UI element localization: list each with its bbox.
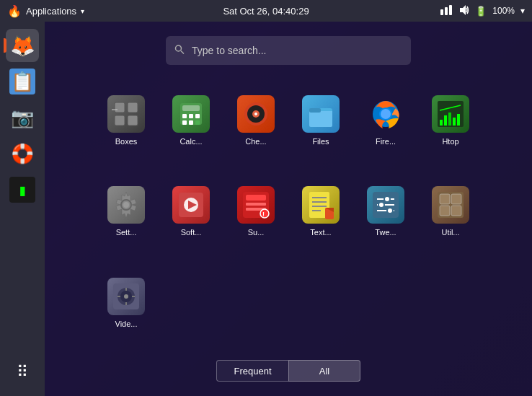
app-item-calculator[interactable]: Calc...: [161, 87, 222, 151]
app-item-cheese[interactable]: Che...: [226, 87, 287, 151]
svg-rect-17: [189, 120, 193, 125]
htop-label: Htop: [422, 137, 479, 146]
svg-marker-3: [460, 5, 466, 15]
screenshot-sidebar-icon: 📷: [11, 107, 34, 129]
volume-icon: [458, 5, 469, 17]
svg-point-69: [124, 294, 128, 299]
bottom-tabs: Frequent All: [216, 360, 360, 382]
tweaks-icon: [367, 186, 404, 224]
applications-label[interactable]: Applications: [26, 6, 76, 17]
svg-text:!: !: [262, 211, 265, 218]
settings-label: Sett...: [97, 228, 155, 237]
calculator-label: Calc...: [162, 137, 220, 146]
app-launcher: Boxes Calc...: [45, 22, 532, 396]
topbar: 🔥 Applications ▾ Sat Oct 26, 04:40:29 🔋 …: [0, 0, 532, 22]
texteditor-icon: [302, 186, 340, 224]
svg-point-22: [254, 113, 257, 115]
svg-rect-42: [246, 195, 266, 201]
svg-rect-65: [451, 206, 461, 216]
app-item-software[interactable]: Soft...: [161, 177, 222, 242]
tweaks-label: Twe...: [357, 228, 414, 237]
cheese-icon: [237, 95, 275, 133]
app-item-tweaks[interactable]: Twe...: [355, 177, 417, 242]
battery-arrow: ▾: [520, 6, 525, 16]
app-item-synaptic[interactable]: ! Su...: [226, 177, 287, 242]
applications-arrow: ▾: [81, 7, 84, 15]
boxes-icon: [107, 95, 145, 133]
svg-point-27: [381, 109, 391, 119]
svg-point-60: [387, 208, 393, 214]
calculator-icon: [172, 95, 210, 133]
search-input[interactable]: [166, 36, 411, 65]
synaptic-icon: !: [237, 186, 275, 224]
synaptic-label: Su...: [227, 228, 285, 237]
svg-point-56: [384, 196, 390, 202]
cheese-label: Che...: [227, 137, 285, 146]
topbar-datetime: Sat Oct 26, 04:40:29: [223, 6, 309, 17]
search-icon: [174, 45, 185, 57]
svg-rect-16: [182, 120, 187, 125]
svg-rect-6: [115, 102, 125, 113]
help-sidebar-icon: 🛟: [11, 143, 34, 165]
svg-rect-15: [195, 114, 200, 118]
svg-rect-63: [451, 194, 461, 204]
svg-rect-9: [128, 115, 138, 126]
topbar-left: 🔥 Applications ▾: [7, 4, 84, 18]
software-icon: [172, 186, 210, 224]
svg-rect-30: [444, 115, 447, 126]
firefox-icon: [367, 95, 404, 133]
sidebar-item-help[interactable]: 🛟: [6, 137, 39, 170]
files-icon: [302, 95, 340, 133]
svg-rect-18: [195, 120, 200, 125]
app-item-texteditor[interactable]: Text...: [291, 177, 352, 242]
settings-icon: [107, 186, 145, 224]
tab-frequent[interactable]: Frequent: [216, 360, 288, 382]
app-grid: Boxes Calc...: [96, 87, 482, 353]
svg-point-58: [378, 202, 384, 208]
svg-rect-29: [440, 120, 443, 126]
svg-rect-2: [449, 5, 452, 15]
files-label: Files: [292, 137, 350, 146]
sidebar-item-terminal[interactable]: ▮: [6, 173, 39, 206]
app-item-boxes[interactable]: Boxes: [96, 87, 157, 151]
app-item-firefox[interactable]: Fire...: [355, 87, 417, 151]
svg-rect-24: [309, 108, 321, 113]
app-item-video[interactable]: Vide...: [96, 269, 157, 334]
video-label: Vide...: [97, 320, 155, 328]
topbar-right: 🔋 100% ▾: [440, 5, 525, 17]
terminal-sidebar-icon: ▮: [9, 177, 35, 203]
svg-rect-8: [115, 115, 125, 126]
svg-line-5: [181, 51, 184, 54]
applications-icon: 🔥: [7, 4, 22, 18]
battery-icon: 🔋: [475, 6, 487, 17]
utils-icon: [432, 186, 469, 224]
svg-point-45: [260, 209, 269, 218]
sidebar-item-appgrid[interactable]: ⠿: [6, 356, 39, 389]
app-item-files[interactable]: Files: [291, 87, 352, 151]
app-item-htop[interactable]: Htop: [420, 87, 482, 151]
sidebar-item-firefox[interactable]: 🦊: [6, 29, 39, 62]
sidebar-item-notes[interactable]: 📋: [6, 65, 39, 98]
tab-all[interactable]: All: [288, 360, 360, 382]
svg-rect-0: [440, 9, 443, 15]
sidebar-item-screenshot[interactable]: 📷: [6, 101, 39, 134]
svg-rect-62: [440, 194, 450, 204]
firefox-label: Fire...: [357, 137, 414, 146]
svg-rect-43: [246, 203, 266, 206]
svg-rect-14: [189, 114, 193, 118]
svg-rect-33: [457, 114, 460, 126]
svg-point-4: [176, 45, 182, 51]
boxes-label: Boxes: [97, 137, 155, 146]
svg-rect-1: [445, 7, 448, 15]
video-icon: [107, 278, 145, 315]
svg-point-37: [123, 202, 129, 208]
svg-rect-31: [448, 113, 451, 126]
app-item-settings[interactable]: Sett...: [96, 177, 157, 242]
network-icon: [440, 5, 452, 17]
texteditor-label: Text...: [292, 228, 350, 237]
svg-rect-32: [453, 118, 456, 126]
htop-icon: [432, 95, 469, 133]
app-item-utils[interactable]: Util...: [420, 177, 482, 242]
grid-sidebar-icon: ⠿: [17, 363, 28, 382]
battery-percent: 100%: [492, 6, 515, 16]
